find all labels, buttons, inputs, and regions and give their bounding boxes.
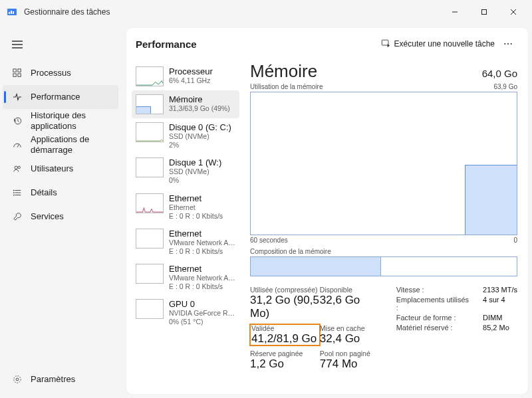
graph-y-label: Utilisation de la mémoire — [250, 83, 323, 90]
mini-gpu[interactable]: GPU 0NVIDIA GeForce RTX 3060% (51 °C) — [132, 295, 239, 330]
mini-title: Processeur — [169, 66, 213, 76]
history-icon — [12, 116, 23, 126]
svg-rect-27 — [382, 40, 388, 45]
nav-services[interactable]: Services — [3, 205, 118, 229]
run-task-button[interactable]: Exécuter une nouvelle tâche — [377, 36, 499, 52]
stat-available: Disponible 32,6 Go — [320, 286, 390, 320]
svg-point-26 — [14, 376, 21, 383]
svg-point-18 — [18, 166, 21, 169]
mini-disk-thumb — [136, 157, 164, 177]
svg-rect-13 — [13, 74, 16, 76]
mini-eth0[interactable]: EthernetEthernetE : 0 R : 0 Kbits/s — [132, 189, 239, 225]
svg-line-16 — [17, 144, 19, 147]
mini-sub: 0% (51 °C) — [169, 318, 235, 326]
nav-label: Services — [31, 211, 64, 222]
nav-app-history[interactable]: Historique des applications — [3, 109, 118, 133]
mini-net-thumb — [136, 264, 164, 284]
gauge-icon — [12, 140, 23, 150]
grid-icon — [12, 68, 23, 78]
mini-title: Ethernet — [169, 264, 235, 274]
close-button[interactable] — [499, 2, 528, 22]
spec-value: 2133 MT/s — [483, 286, 517, 294]
nav-label: Historique des applications — [31, 110, 112, 131]
mini-net-thumb — [136, 193, 164, 213]
svg-point-24 — [13, 195, 15, 196]
nav-label: Applications de démarrage — [31, 134, 112, 155]
svg-point-22 — [13, 190, 15, 191]
mini-sub: E : 0 R : 0 Kbits/s — [169, 282, 235, 291]
nav-label: Utilisateurs — [31, 163, 73, 174]
spec-label: Facteur de forme : — [396, 314, 472, 322]
mini-sub: NVIDIA GeForce RTX 306 — [169, 309, 235, 318]
graph-y-max: 63,9 Go — [493, 83, 517, 90]
svg-point-25 — [16, 378, 19, 381]
mini-title: Disque 0 (G: C:) — [169, 122, 231, 132]
resource-mini-list: Processeur6% 4,11 GHz Mémoire31,3/63,9 G… — [126, 60, 243, 394]
mini-disk1[interactable]: Disque 1 (W:)SSD (NVMe)0% — [132, 153, 239, 189]
nav-settings[interactable]: Paramètres — [3, 367, 118, 391]
minimize-button[interactable] — [440, 2, 469, 22]
run-task-label: Exécuter une nouvelle tâche — [394, 39, 495, 49]
memory-composition-bar[interactable] — [250, 256, 517, 276]
stat-used: Utilisée (compressée) 31,2 Go (90,5 Mo) — [250, 286, 320, 320]
composition-label: Composition de la mémoire — [250, 248, 517, 255]
mini-memory[interactable]: Mémoire31,3/63,9 Go (49%) — [132, 90, 239, 118]
svg-rect-3 — [13, 11, 14, 14]
svg-rect-5 — [482, 10, 487, 15]
nav-startup-apps[interactable]: Applications de démarrage — [3, 133, 118, 157]
mini-eth1[interactable]: EthernetVMware Network AdaptE : 0 R : 0 … — [132, 225, 239, 260]
mini-sub: SSD (NVMe) — [169, 167, 221, 176]
maximize-button[interactable] — [469, 2, 499, 22]
nav-label: Paramètres — [31, 374, 75, 385]
nav-details[interactable]: Détails — [3, 181, 118, 205]
mini-net-thumb — [136, 229, 164, 249]
mini-title: Disque 1 (W:) — [169, 157, 221, 167]
svg-point-17 — [15, 166, 17, 169]
mini-eth2[interactable]: EthernetVMware Network AdaptE : 0 R : 0 … — [132, 260, 239, 295]
stat-nonpaged-pool: Pool non paginé 774 Mo — [320, 349, 390, 371]
graph-x-right: 0 — [513, 237, 517, 244]
app-icon — [7, 7, 17, 17]
svg-rect-12 — [18, 69, 21, 72]
mini-sub: VMware Network Adapt — [169, 274, 235, 282]
stat-paged-pool: Réserve paginée 1,2 Go — [250, 349, 320, 371]
mini-sub: 6% 4,11 GHz — [169, 76, 213, 85]
sidebar: Processus Performance Historique des app… — [0, 24, 126, 398]
stat-committed: Validée 41,2/81,9 Go — [250, 324, 320, 346]
mini-memory-thumb — [136, 94, 164, 114]
nav-performance[interactable]: Performance — [3, 85, 118, 109]
mini-sub: 31,3/63,9 Go (49%) — [169, 104, 230, 113]
users-icon — [12, 163, 23, 174]
mini-cpu-thumb — [136, 66, 164, 86]
mini-sub: E : 0 R : 0 Kbits/s — [169, 212, 223, 221]
mini-disk-thumb — [136, 122, 164, 142]
svg-rect-11 — [13, 69, 16, 72]
memory-spec-table: Vitesse :2133 MT/s Emplacements utilisés… — [396, 286, 517, 371]
mini-sub: Ethernet — [169, 203, 223, 212]
svg-point-23 — [13, 192, 15, 193]
mini-sub: 0% — [169, 176, 221, 185]
spec-value: 85,2 Mo — [483, 324, 517, 332]
nav-users[interactable]: Utilisateurs — [3, 157, 118, 181]
hamburger-button[interactable] — [4, 33, 31, 56]
nav-processes[interactable]: Processus — [3, 61, 118, 85]
run-task-icon — [381, 39, 390, 50]
nav-label: Performance — [31, 92, 80, 102]
more-button[interactable]: ⋯ — [499, 39, 519, 49]
mini-title: Ethernet — [169, 229, 235, 239]
mini-gpu-thumb — [136, 299, 164, 319]
svg-rect-2 — [11, 11, 12, 14]
mini-title: GPU 0 — [169, 299, 235, 309]
nav-label: Détails — [31, 187, 57, 198]
mini-title: Ethernet — [169, 193, 223, 203]
spec-label: Emplacements utilisés : — [396, 296, 472, 312]
detail-panel: Mémoire 64,0 Go Utilisation de la mémoir… — [243, 60, 528, 394]
gear-icon — [12, 374, 23, 385]
mini-disk0[interactable]: Disque 0 (G: C:)SSD (NVMe)2% — [132, 118, 239, 153]
mini-cpu[interactable]: Processeur6% 4,11 GHz — [132, 62, 239, 90]
nav-label: Processus — [31, 68, 71, 78]
spec-label: Matériel réservé : — [396, 324, 472, 332]
svg-rect-1 — [9, 12, 10, 14]
main-panel: Performance Exécuter une nouvelle tâche … — [126, 28, 528, 394]
memory-usage-graph[interactable] — [250, 92, 517, 235]
